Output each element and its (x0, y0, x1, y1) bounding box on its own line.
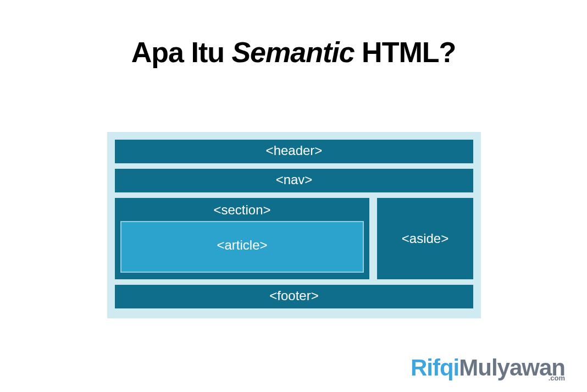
watermark-tld: .com (549, 374, 565, 382)
watermark-logo: RifqiMulyawan .com (411, 355, 565, 381)
title-pre: Apa Itu (131, 36, 232, 68)
footer-block: <footer> (115, 285, 473, 308)
aside-label: <aside> (402, 231, 448, 246)
title-italic: Semantic (231, 36, 354, 68)
section-label: <section> (120, 202, 364, 221)
article-block: <article> (120, 221, 364, 273)
aside-block: <aside> (377, 198, 473, 279)
title-post: HTML? (355, 36, 456, 68)
semantic-html-diagram: <header> <nav> <section> <article> <asid… (107, 132, 481, 318)
header-block: <header> (115, 140, 473, 163)
watermark-first: Rifqi (411, 355, 459, 380)
section-block: <section> <article> (115, 198, 369, 279)
page-title: Apa Itu Semantic HTML? (0, 36, 587, 69)
main-row: <section> <article> <aside> (115, 198, 473, 279)
nav-block: <nav> (115, 169, 473, 192)
